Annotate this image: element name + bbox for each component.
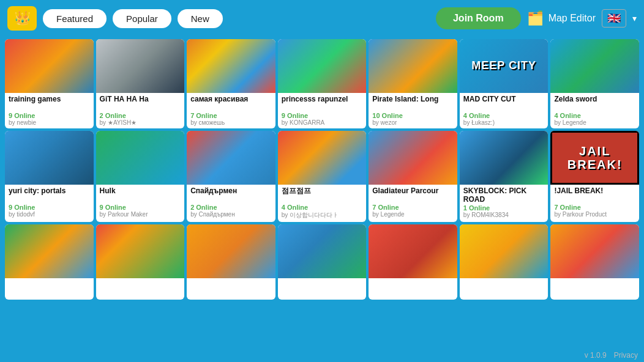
game-thumbnail — [5, 224, 94, 278]
version-label: v 1.0.9 — [585, 351, 607, 360]
game-online-count: 2 Online — [100, 112, 181, 119]
game-thumbnail — [96, 131, 185, 185]
join-room-button[interactable]: Join Room — [436, 7, 521, 29]
game-thumbnail — [550, 39, 639, 93]
game-online-count: 7 Online — [190, 112, 272, 119]
game-thumbnail: JAIL BREAK! — [550, 131, 639, 185]
game-thumbnail — [550, 224, 639, 278]
game-title — [9, 280, 90, 297]
game-author: by Legende — [372, 211, 454, 218]
game-title: Pirate Island: Long — [372, 95, 454, 112]
game-card[interactable]: Спайдърмен2 Onlineby Спайдърмен — [187, 131, 275, 222]
game-card[interactable] — [460, 224, 549, 300]
map-editor-label: Map Editor — [549, 13, 596, 24]
game-card[interactable] — [550, 224, 639, 300]
game-thumbnail — [278, 39, 367, 93]
game-thumbnail — [278, 224, 367, 278]
game-card[interactable]: princesss rapunzel9 Onlineby KONGARRA — [278, 39, 367, 128]
game-author: by Спайдърмен — [190, 211, 272, 218]
game-online-count: 9 Online — [9, 112, 90, 119]
game-thumbnail — [5, 131, 94, 185]
game-thumbnail — [369, 39, 457, 93]
game-online-count: 10 Online — [372, 112, 454, 119]
game-online-count: 4 Online — [282, 204, 363, 211]
game-thumbnail — [369, 131, 457, 185]
game-title — [190, 280, 272, 297]
game-title: yuri city: portals — [9, 187, 90, 204]
game-card[interactable] — [5, 224, 94, 300]
nav-new[interactable]: New — [178, 9, 223, 28]
game-author: by ROM4IK3834 — [463, 212, 545, 218]
game-card[interactable] — [187, 224, 275, 300]
game-title: 점프점프 — [282, 187, 363, 204]
game-online-count: 7 Online — [554, 204, 635, 211]
game-online-count: 9 Online — [282, 112, 363, 119]
game-card[interactable]: Hulk9 Onlineby Parkour Maker — [96, 131, 185, 222]
logo-button[interactable]: 👑 — [7, 6, 37, 31]
game-author: by Łukasz:) — [463, 119, 545, 126]
game-card[interactable]: SKYBLOCK: PICK ROAD1 Onlineby ROM4IK3834 — [460, 131, 549, 222]
game-online-count: 9 Online — [9, 204, 90, 211]
game-title: самая красивая — [190, 95, 272, 112]
game-card[interactable]: training games9 Onlineby newbie — [5, 39, 94, 128]
game-title — [372, 280, 454, 297]
flag-icon: 🇬🇧 — [607, 12, 621, 25]
game-title: Спайдърмен — [190, 187, 272, 204]
game-thumbnail — [369, 224, 457, 278]
game-author: by Parkour Maker — [100, 211, 181, 218]
header: 👑 Featured Popular New Join Room 🗂️ Map … — [0, 0, 644, 37]
game-thumbnail — [187, 39, 275, 93]
map-editor-area[interactable]: 🗂️ Map Editor — [527, 10, 596, 26]
game-author: by tidodvf — [9, 211, 90, 218]
game-author: by KONGARRA — [282, 119, 363, 126]
game-title — [463, 280, 545, 297]
game-thumbnail — [460, 131, 549, 185]
game-online-count: 2 Online — [190, 204, 272, 211]
game-card[interactable] — [278, 224, 367, 300]
privacy-link[interactable]: Privacy — [614, 351, 638, 360]
game-thumbnail — [96, 224, 185, 278]
game-title: Hulk — [100, 187, 181, 204]
game-card[interactable] — [369, 224, 457, 300]
game-online-count: 1 Online — [463, 204, 545, 212]
game-author: by сможешь — [190, 119, 272, 126]
language-button[interactable]: 🇬🇧 — [602, 9, 626, 28]
game-title: !JAIL BREAK! — [554, 187, 635, 204]
game-card[interactable]: MEEP CITYMAD CITY CUT4 Onlineby Łukasz:) — [460, 39, 549, 128]
game-thumbnail — [96, 39, 185, 93]
game-card[interactable]: GiT НА НА На2 Onlineby ★AYISH★ — [96, 39, 185, 128]
game-author: by 이상합니다다다ㅏ — [282, 211, 363, 220]
game-card[interactable]: yuri city: portals9 Onlineby tidodvf — [5, 131, 94, 222]
nav-popular[interactable]: Popular — [113, 9, 171, 28]
game-thumbnail — [278, 131, 367, 185]
game-title: Zelda sword — [554, 95, 635, 112]
game-online-count: 7 Online — [372, 204, 454, 211]
game-card[interactable] — [96, 224, 185, 300]
game-title: SKYBLOCK: PICK ROAD — [463, 187, 545, 204]
game-title: GiT НА НА На — [100, 95, 181, 112]
game-title: training games — [9, 95, 90, 112]
game-author: by ★AYISH★ — [100, 119, 181, 126]
game-card[interactable]: JAIL BREAK!!JAIL BREAK!7 Onlineby Parkou… — [550, 131, 639, 222]
game-title: MAD CITY CUT — [463, 95, 545, 112]
game-thumbnail — [5, 39, 94, 93]
game-card[interactable]: Gladiateur Parcour7 Onlineby Legende — [369, 131, 457, 222]
crown-icon: 👑 — [14, 10, 31, 26]
game-card[interactable]: самая красивая7 Onlineby сможешь — [187, 39, 275, 128]
footer: v 1.0.9 Privacy — [585, 351, 638, 360]
game-online-count: 4 Online — [463, 112, 545, 119]
game-card[interactable]: Pirate Island: Long10 Onlineby wezor — [369, 39, 457, 128]
game-thumbnail: MEEP CITY — [460, 39, 549, 93]
game-thumbnail — [187, 224, 275, 278]
game-author: by Legende — [554, 119, 635, 126]
game-title — [100, 280, 181, 297]
map-editor-icon: 🗂️ — [527, 10, 544, 26]
game-thumbnail — [460, 224, 549, 278]
game-card[interactable]: 점프점프4 Onlineby 이상합니다다다ㅏ — [278, 131, 367, 222]
nav-featured[interactable]: Featured — [43, 9, 107, 28]
language-dropdown-arrow[interactable]: ▾ — [632, 13, 637, 23]
game-title — [282, 280, 363, 297]
game-grid: training games9 Onlineby newbieGiT НА НА… — [0, 37, 644, 302]
game-card[interactable]: Zelda sword4 Onlineby Legende — [550, 39, 639, 128]
game-title: Gladiateur Parcour — [372, 187, 454, 204]
